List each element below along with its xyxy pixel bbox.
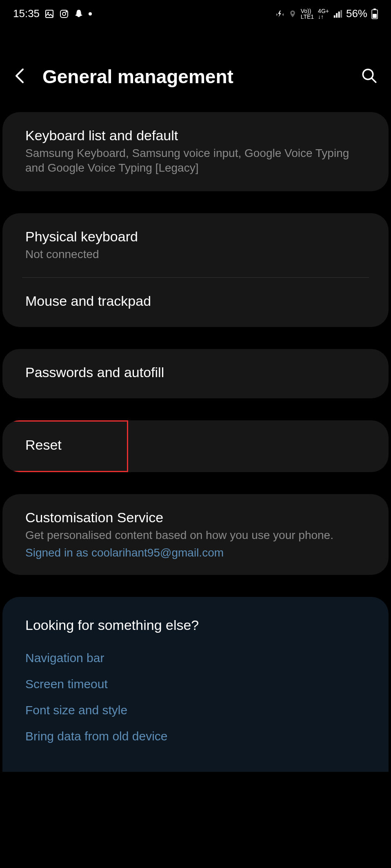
- customisation-item[interactable]: Customisation Service Get personalised c…: [2, 494, 389, 574]
- customisation-signedin: Signed in as coolarihant95@gmail.com: [25, 546, 366, 559]
- page-title: General management: [42, 66, 361, 88]
- svg-point-1: [47, 12, 49, 13]
- svg-rect-0: [46, 10, 53, 18]
- customisation-subtitle: Get personalised content based on how yo…: [25, 528, 366, 543]
- physical-keyboard-title: Physical keyboard: [25, 229, 366, 245]
- network-type-icon: 4G+↓↑: [318, 8, 329, 20]
- back-button[interactable]: [13, 67, 26, 86]
- reset-highlight-box: Reset: [2, 420, 128, 472]
- settings-content: Keyboard list and default Samsung Keyboa…: [0, 112, 391, 788]
- mouse-trackpad-title: Mouse and trackpad: [25, 293, 366, 309]
- dot-icon: [89, 12, 92, 15]
- svg-point-4: [66, 11, 67, 12]
- customisation-card: Customisation Service Get personalised c…: [2, 494, 389, 574]
- suggestion-font-size[interactable]: Font size and style: [25, 703, 366, 717]
- mouse-trackpad-item[interactable]: Mouse and trackpad: [2, 278, 389, 327]
- physical-keyboard-subtitle: Not connected: [25, 247, 366, 262]
- image-icon: [44, 9, 54, 19]
- svg-point-5: [89, 12, 92, 15]
- keyboard-list-subtitle: Samsung Keyboard, Samsung voice input, G…: [25, 146, 366, 176]
- keyboard-list-item[interactable]: Keyboard list and default Samsung Keyboa…: [2, 112, 389, 191]
- battery-icon: [371, 9, 378, 19]
- battery-percentage: 56%: [346, 7, 367, 20]
- suggestions-card: Looking for something else? Navigation b…: [2, 597, 389, 772]
- page-header: General management: [0, 25, 391, 112]
- snapchat-icon: [74, 9, 84, 19]
- volte-icon: Vo))LTE1: [301, 8, 314, 20]
- svg-rect-7: [373, 9, 376, 10]
- suggestions-heading: Looking for something else?: [25, 617, 366, 633]
- keyboard-list-title: Keyboard list and default: [25, 128, 366, 144]
- svg-rect-8: [373, 14, 377, 18]
- passwords-autofill-title: Passwords and autofill: [25, 364, 366, 380]
- svg-point-3: [62, 12, 66, 15]
- status-time: 15:35: [13, 7, 40, 20]
- reset-card: Reset: [2, 420, 389, 472]
- keyboard-card: Keyboard list and default Samsung Keyboa…: [2, 112, 389, 191]
- input-devices-card: Physical keyboard Not connected Mouse an…: [2, 213, 389, 327]
- status-bar-right: Vo))LTE1 4G+↓↑ 56%: [275, 7, 378, 20]
- reset-title: Reset: [25, 437, 62, 453]
- suggestion-navigation-bar[interactable]: Navigation bar: [25, 651, 366, 665]
- instagram-icon: [59, 9, 69, 19]
- signal-icon: [333, 9, 342, 18]
- location-icon: [289, 10, 297, 18]
- passwords-card: Passwords and autofill: [2, 349, 389, 398]
- suggestion-screen-timeout[interactable]: Screen timeout: [25, 677, 366, 691]
- status-bar-left: 15:35: [13, 7, 92, 20]
- customisation-title: Customisation Service: [25, 510, 366, 526]
- physical-keyboard-item[interactable]: Physical keyboard Not connected: [2, 213, 389, 277]
- search-button[interactable]: [361, 67, 378, 86]
- vibrate-icon: [275, 9, 284, 18]
- passwords-autofill-item[interactable]: Passwords and autofill: [2, 349, 389, 398]
- suggestion-bring-data[interactable]: Bring data from old device: [25, 729, 366, 743]
- status-bar: 15:35 Vo))LTE1 4G+↓↑ 56%: [0, 0, 391, 25]
- reset-item[interactable]: Reset: [2, 422, 62, 471]
